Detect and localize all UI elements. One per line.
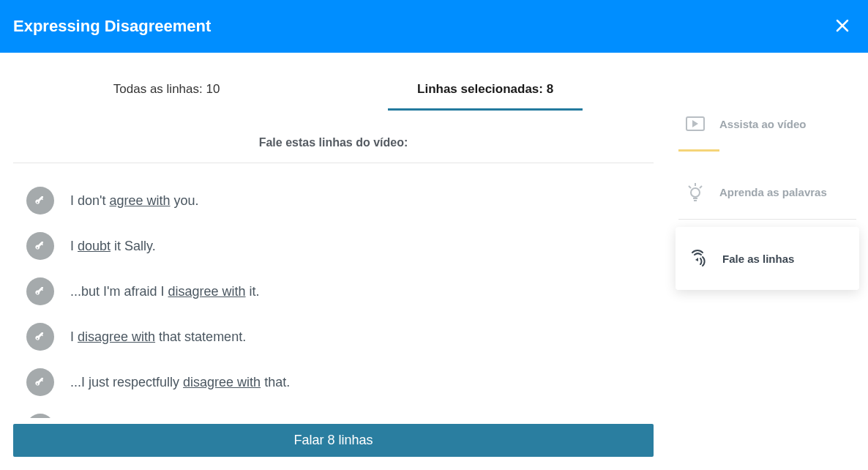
sidebar-label-watch: Assista ao vídeo — [719, 118, 806, 130]
sidebar-item-watch-video[interactable]: Assista ao vídeo — [676, 97, 859, 151]
sidebar: Assista ao vídeo Aprenda as palavras — [667, 53, 868, 470]
lines-list[interactable]: I don't agree with you.I doubt it Sally.… — [13, 163, 667, 418]
tab-all-label: Todas as linhas: 10 — [113, 82, 220, 96]
tab-all-lines[interactable]: Todas as linhas: 10 — [84, 75, 250, 108]
main-area: Todas as linhas: 10 Linhas selecionadas:… — [0, 53, 667, 470]
key-icon[interactable] — [26, 414, 54, 418]
speak-icon — [687, 247, 709, 269]
line-text: I don't agree with you. — [70, 193, 199, 209]
key-icon[interactable] — [26, 232, 54, 260]
key-icon[interactable] — [26, 187, 54, 215]
key-icon[interactable] — [26, 368, 54, 396]
svg-line-5 — [700, 186, 702, 188]
page-title: Expressing Disagreement — [13, 17, 211, 36]
sidebar-label-learn: Aprenda as palavras — [719, 186, 827, 198]
tab-selected-lines[interactable]: Linhas selecionadas: 8 — [388, 75, 583, 111]
line-item: I doubt it Sally. — [13, 223, 667, 269]
svg-point-2 — [691, 188, 700, 197]
sidebar-separator — [678, 219, 856, 220]
line-item: I disagree with that statement. — [13, 314, 667, 359]
tabs-row: Todas as linhas: 10 Linhas selecionadas:… — [0, 75, 667, 118]
svg-line-4 — [689, 186, 691, 188]
line-item: ...I just respectfully disagree with tha… — [13, 359, 667, 405]
line-text: I disagree with that statement. — [70, 329, 246, 345]
sidebar-label-speak: Fale as linhas — [722, 253, 794, 265]
header-bar: Expressing Disagreement — [0, 0, 868, 53]
play-icon — [684, 113, 706, 135]
progress-accent — [678, 149, 719, 152]
line-item: I don't agree with you. — [13, 178, 667, 223]
close-button[interactable] — [830, 10, 855, 42]
speak-lines-button[interactable]: Falar 8 linhas — [13, 424, 654, 457]
line-text: ...I just respectfully disagree with tha… — [70, 375, 290, 390]
instruction-text: Fale estas linhas do vídeo: — [0, 118, 667, 163]
key-icon[interactable] — [26, 277, 54, 305]
line-text: ...but I'm afraid I disagree with it. — [70, 284, 260, 299]
lightbulb-icon — [684, 181, 706, 203]
line-text: I doubt it Sally. — [70, 239, 156, 254]
content-wrap: Todas as linhas: 10 Linhas selecionadas:… — [0, 53, 868, 470]
key-icon[interactable] — [26, 323, 54, 351]
sidebar-item-speak-lines[interactable]: Fale as linhas — [676, 227, 859, 290]
sidebar-item-learn-words[interactable]: Aprenda as palavras — [676, 165, 859, 219]
tab-selected-label: Linhas selecionadas: 8 — [417, 82, 553, 96]
line-item: ...but I'm afraid I disagree with it. — [13, 269, 667, 314]
close-icon — [836, 19, 849, 32]
line-item: ...but with all due respect, I humbly di… — [13, 405, 667, 418]
